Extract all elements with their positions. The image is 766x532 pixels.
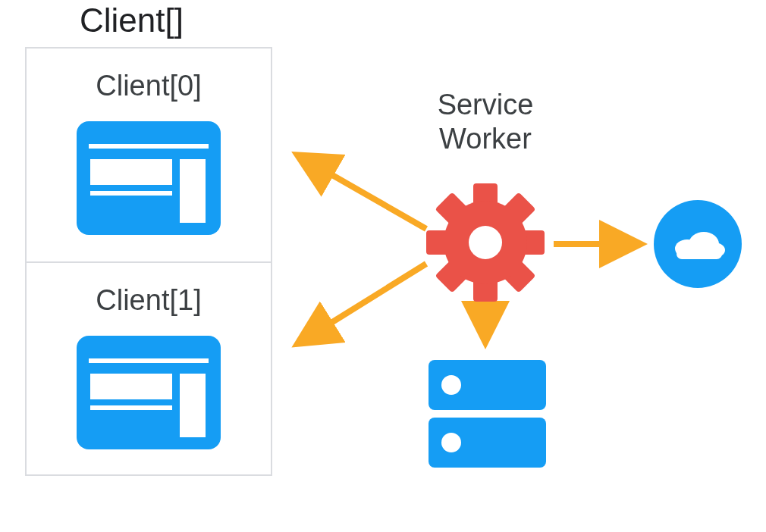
svg-rect-4 <box>180 159 206 223</box>
clients-container: Client[0] Client[1] <box>25 47 272 476</box>
svg-rect-7 <box>90 374 172 399</box>
service-worker-label: Service Worker <box>410 88 561 156</box>
svg-rect-13 <box>499 256 535 293</box>
svg-rect-20 <box>429 360 546 410</box>
svg-rect-11 <box>499 192 535 229</box>
svg-rect-8 <box>90 405 172 410</box>
arrow-sw-to-client0 <box>302 158 426 229</box>
svg-rect-9 <box>180 374 206 437</box>
svg-rect-10 <box>473 183 498 211</box>
svg-rect-3 <box>90 191 172 196</box>
svg-point-23 <box>441 433 461 452</box>
client-array-title: Client[] <box>80 2 184 39</box>
svg-point-21 <box>441 375 461 395</box>
svg-point-25 <box>675 239 699 258</box>
client-cell-1: Client[1] <box>27 261 271 474</box>
diagram-canvas: Client[] Client[0] Client[1] Service Wor <box>0 0 766 532</box>
svg-point-18 <box>444 201 527 284</box>
svg-rect-6 <box>89 358 209 363</box>
client-cell-0: Client[0] <box>27 49 271 261</box>
server-icon <box>429 360 546 468</box>
svg-rect-17 <box>435 192 472 229</box>
svg-rect-1 <box>89 144 209 149</box>
cloud-icon <box>654 200 742 288</box>
svg-point-24 <box>654 200 742 288</box>
svg-point-26 <box>689 232 719 256</box>
svg-rect-15 <box>435 256 472 293</box>
browser-window-icon <box>77 121 221 235</box>
arrow-sw-to-client1 <box>302 264 426 341</box>
svg-point-27 <box>704 243 725 258</box>
svg-point-19 <box>469 226 502 259</box>
svg-rect-2 <box>90 159 172 185</box>
gear-icon <box>426 183 545 302</box>
svg-rect-22 <box>429 418 546 468</box>
svg-rect-16 <box>426 230 454 255</box>
svg-rect-28 <box>677 249 722 259</box>
client-1-label: Client[1] <box>96 284 201 317</box>
svg-rect-12 <box>517 230 545 255</box>
svg-rect-14 <box>473 274 498 302</box>
client-0-label: Client[0] <box>96 70 201 102</box>
browser-window-icon <box>77 336 221 449</box>
